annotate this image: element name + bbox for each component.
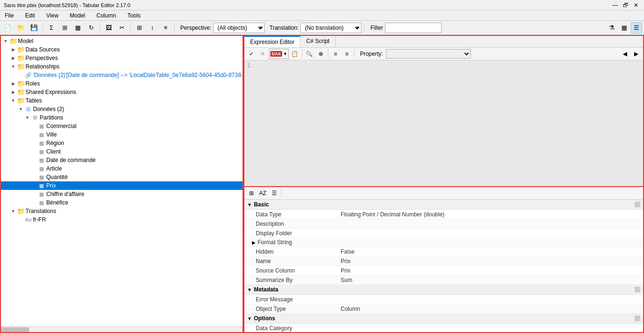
sep4 [174, 23, 175, 33]
maximize-button[interactable]: 🗗 [621, 1, 630, 9]
props-grid-btn[interactable]: ⊞ [246, 188, 257, 198]
expr-align-left-btn[interactable]: ≡ [330, 49, 341, 59]
expand-quantite [30, 173, 38, 181]
toolbar-img1-btn[interactable]: 🖼 [103, 22, 114, 34]
tree-item-chiffreaffaire[interactable]: ▦ Chiffre d'affaire [1, 190, 243, 198]
expr-search-btn[interactable]: 🔍 [304, 49, 315, 59]
close-button[interactable]: ✕ [632, 1, 640, 9]
toolbar-open-btn[interactable]: 📁 [15, 22, 26, 34]
tree-item-relationships[interactable]: ▼ 📁 Relationships [1, 62, 243, 71]
expr-forward-btn[interactable]: ▶ [631, 49, 641, 59]
prop-formatstring-row[interactable]: ▶ Format String [244, 238, 643, 247]
tree-item-datecommande[interactable]: ▦ Date de commande [1, 156, 243, 164]
prop-summarizeby: Summarize By Sum [244, 275, 643, 285]
toolbar-filter-icon-btn[interactable]: ⚗ [606, 22, 618, 34]
toolbar-view2-btn[interactable]: ☰ [631, 22, 642, 34]
properties-panel: ⊞ AZ ☰ ▼ Basic Data Type Floating Point … [244, 186, 643, 332]
props-sort-az-btn[interactable]: AZ [258, 188, 268, 198]
menu-file[interactable]: File [2, 11, 17, 20]
prop-hidden: Hidden False [244, 247, 643, 256]
tree-item-client[interactable]: ▦ Client [1, 147, 243, 156]
toolbar-sort-btn[interactable]: ↕ [147, 22, 158, 34]
prop-name: Name Prix [244, 256, 643, 266]
expr-back-btn[interactable]: ◀ [619, 49, 630, 59]
expr-align-right-btn[interactable]: ≡ [342, 49, 352, 59]
tree-item-commercial[interactable]: ▦ Commercial [1, 122, 243, 130]
dax-badge: DAX [270, 51, 282, 57]
col-icon-quantite: ▦ [38, 173, 45, 181]
translation-dropdown[interactable]: (No translation) [301, 23, 361, 33]
toolbar-refresh-btn[interactable]: ↻ [85, 22, 97, 34]
props-sep [281, 188, 282, 198]
minimize-button[interactable]: — [611, 1, 619, 9]
prop-summarizeby-key: Summarize By [256, 277, 341, 283]
col-icon-datecommande: ▦ [38, 156, 45, 164]
expand-commercial [30, 122, 38, 130]
tree-item-ville[interactable]: ▦ Ville [1, 130, 243, 139]
menu-tools[interactable]: Tools [125, 11, 143, 20]
toolbar-new-btn[interactable]: 📄 [2, 22, 13, 34]
prop-datatype-value: Floating Point / Decimal Number (double) [341, 211, 640, 218]
toolbar-img2-btn[interactable]: ✂ [116, 22, 127, 34]
toolbar-table-btn[interactable]: ▦ [72, 22, 84, 34]
menu-edit[interactable]: Edit [22, 11, 38, 20]
tree-item-prix[interactable]: ▦ Prix [1, 181, 243, 190]
tree-item-partitions[interactable]: ▼ ⚙ Partitions [1, 113, 243, 122]
property-dropdown[interactable] [386, 49, 471, 59]
filter-input[interactable] [385, 23, 442, 33]
main-toolbar: 📄 📁 💾 Σ ⊞ ▦ ↻ 🖼 ✂ ⊞ ↕ ≡ Perspective: (Al… [0, 21, 644, 35]
tree-label-rel1: 'Données (2)'[Date de commande] --> 'Loc… [33, 72, 243, 78]
tree-item-datasources[interactable]: ▶ 📁 Data Sources [1, 45, 243, 54]
expr-find-btn[interactable]: ⊕ [316, 49, 326, 59]
tab-expression-editor[interactable]: Expression Editor [244, 36, 301, 47]
expr-format-btn[interactable]: 📋 [290, 49, 300, 59]
title-bar: Sans titre.pbix (localhost:52918) - Tabu… [0, 0, 644, 10]
toolbar-list-btn[interactable]: ≡ [160, 22, 171, 34]
menu-column[interactable]: Column [94, 11, 119, 20]
expression-editor-area[interactable]: 1 [244, 60, 643, 186]
expr-checkmark-btn[interactable]: ✓ [246, 49, 257, 59]
tree-item-sharedexpr[interactable]: ▶ 📁 Shared Expressions [1, 88, 243, 96]
toolbar-save-btn[interactable]: 💾 [28, 22, 40, 34]
perspective-dropdown[interactable]: (All objects) [213, 23, 265, 33]
col-icon-ville: ▦ [38, 131, 45, 138]
toolbar-col1-btn[interactable]: ⊞ [134, 22, 145, 34]
expand-options: ▼ [247, 316, 252, 321]
menu-view[interactable]: View [43, 11, 61, 20]
toolbar-grid-btn[interactable]: ⊞ [59, 22, 70, 34]
left-panel-hscrollbar[interactable] [1, 326, 243, 332]
tree-item-roles[interactable]: ▶ 📁 Roles [1, 79, 243, 88]
section-options[interactable]: ▼ Options [244, 314, 643, 324]
menu-model[interactable]: Model [67, 11, 88, 20]
tree-item-donnees[interactable]: ▼ ⊞ Données (2) [1, 105, 243, 113]
tree-item-quantite[interactable]: ▦ Quantité [1, 173, 243, 181]
expand-translations: ▼ [9, 207, 17, 215]
section-basic[interactable]: ▼ Basic [244, 200, 643, 210]
tree-item-perspectives[interactable]: ▶ 📁 Perspectives [1, 54, 243, 62]
toolbar-view-btn[interactable]: ▦ [619, 22, 630, 34]
tab-csharp-script[interactable]: C# Script [301, 36, 335, 47]
expr-cancel-btn[interactable]: ✕ [258, 49, 268, 59]
tree-item-tables[interactable]: ▼ 📁 Tables [1, 96, 243, 105]
props-list-btn[interactable]: ☰ [269, 188, 279, 198]
tree-item-article[interactable]: ▦ Article [1, 164, 243, 173]
toolbar-sigma-btn[interactable]: Σ [46, 22, 57, 34]
tree-item-benefice[interactable]: ▦ Bénéfice [1, 198, 243, 207]
tree-item-rel1[interactable]: 🔗 'Données (2)'[Date de commande] --> 'L… [1, 71, 243, 79]
table-icon-donnees: ⊞ [25, 105, 32, 113]
tree-item-translations[interactable]: ▼ 📁 Translations [1, 207, 243, 215]
folder-icon-model: 📁 [9, 37, 17, 45]
sep5 [364, 23, 365, 33]
tree-item-region[interactable]: ▦ Région [1, 139, 243, 147]
tree-item-frfr[interactable]: Aα fr-FR [1, 215, 243, 224]
section-metadata[interactable]: ▼ Metadata [244, 285, 643, 295]
sep3 [130, 23, 131, 33]
prop-displayfolder: Display Folder [244, 229, 643, 238]
expand-partitions: ▼ [24, 114, 31, 121]
section-metadata-grip [635, 287, 640, 292]
dax-dropdown-wrap: DAX ▼ [269, 49, 289, 59]
translation-dropdown-wrap: (No translation) [301, 23, 361, 33]
expression-content[interactable] [259, 62, 641, 184]
tree-item-model[interactable]: ▼ 📁 Model [1, 37, 243, 45]
window-controls: — 🗗 ✕ [611, 1, 640, 9]
